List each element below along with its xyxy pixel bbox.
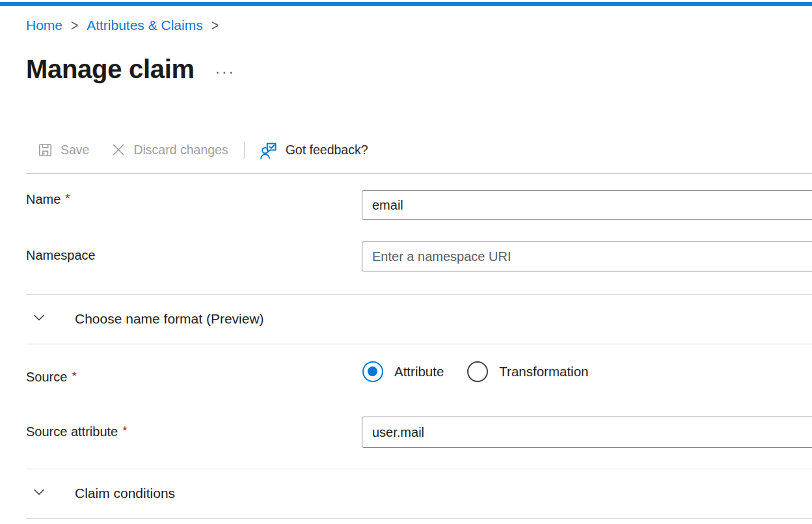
namespace-input[interactable] <box>362 241 812 271</box>
command-bar: Save Discard changes Got feedback? <box>37 137 368 162</box>
radio-button-attribute[interactable] <box>362 361 383 382</box>
source-attribute-input[interactable] <box>362 417 812 448</box>
breadcrumb-separator-icon: > <box>211 16 219 34</box>
name-field-label: Name* <box>26 192 70 207</box>
source-field-label: Source* <box>26 370 77 385</box>
namespace-field-label: Namespace <box>26 248 96 263</box>
namespace-label-text: Namespace <box>26 248 96 262</box>
required-asterisk: * <box>65 191 70 205</box>
required-asterisk: * <box>122 424 127 437</box>
save-button-label: Save <box>61 143 89 158</box>
close-x-icon <box>111 142 126 158</box>
chevron-down-icon <box>33 486 46 501</box>
got-feedback-button[interactable]: Got feedback? <box>260 141 368 159</box>
got-feedback-label: Got feedback? <box>286 143 368 158</box>
save-button[interactable]: Save <box>37 142 89 158</box>
toolbar-divider <box>244 141 245 159</box>
source-option-attribute[interactable]: Attribute <box>362 361 444 382</box>
breadcrumb: Home > Attributes & Claims > <box>26 18 219 33</box>
breadcrumb-attributes-claims-link[interactable]: Attributes & Claims <box>87 18 203 33</box>
discard-changes-label: Discard changes <box>133 143 228 158</box>
section-divider <box>26 344 812 344</box>
required-asterisk: * <box>72 369 76 383</box>
claim-conditions-section-label: Claim conditions <box>75 486 175 501</box>
claim-conditions-section-toggle[interactable]: Claim conditions <box>26 479 812 508</box>
source-radio-group: Attribute Transformation <box>362 361 588 382</box>
breadcrumb-home-link[interactable]: Home <box>26 18 62 33</box>
transformation-radio-label: Transformation <box>499 364 588 379</box>
save-floppy-icon <box>37 142 53 158</box>
source-attribute-field-label: Source attribute* <box>26 424 128 439</box>
source-label-text: Source <box>26 370 67 384</box>
choose-name-format-section-toggle[interactable]: Choose name format (Preview) <box>26 305 812 333</box>
name-label-text: Name <box>26 192 61 206</box>
section-divider <box>26 294 812 295</box>
chevron-down-icon <box>33 311 46 327</box>
feedback-person-icon <box>260 141 278 159</box>
manage-claim-page: Home > Attributes & Claims > Manage clai… <box>0 0 812 524</box>
source-option-transformation[interactable]: Transformation <box>467 361 588 382</box>
title-row: Manage claim ··· <box>26 55 236 84</box>
more-options-ellipsis-button[interactable]: ··· <box>215 64 236 81</box>
section-divider <box>26 518 812 519</box>
page-title: Manage claim <box>26 55 195 84</box>
name-input[interactable] <box>362 190 812 220</box>
choose-name-format-section-label: Choose name format (Preview) <box>75 311 264 327</box>
top-accent-bar <box>0 2 812 6</box>
section-divider <box>26 469 812 469</box>
breadcrumb-separator-icon: > <box>71 16 78 34</box>
attribute-radio-label: Attribute <box>394 364 444 379</box>
discard-changes-button[interactable]: Discard changes <box>111 142 228 158</box>
radio-button-transformation[interactable] <box>467 361 488 382</box>
source-attribute-label-text: Source attribute <box>26 424 118 439</box>
toolbar-bottom-divider <box>26 173 812 174</box>
